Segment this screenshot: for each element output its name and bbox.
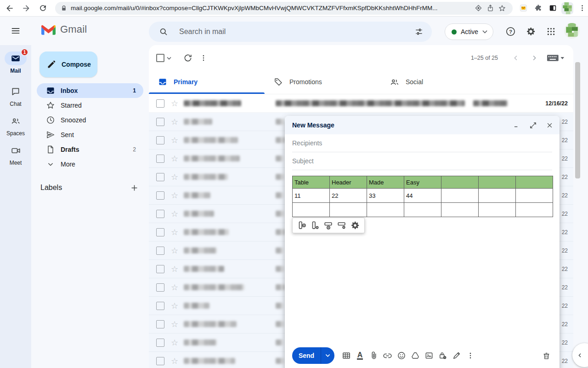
search-options-icon[interactable] [411,23,427,40]
star-icon[interactable]: ☆ [170,136,179,145]
formatting-options-icon[interactable]: A [354,350,366,362]
table-cell[interactable] [441,189,479,203]
search-placeholder[interactable]: Search in mail [179,28,411,36]
table-header-cell[interactable]: Made [367,176,404,189]
star-icon[interactable]: ☆ [170,246,179,255]
sidebar-item-starred[interactable]: Starred [37,98,143,113]
share-icon[interactable] [484,2,496,14]
table-cell[interactable] [367,203,404,217]
insert-photo-icon[interactable] [423,350,435,362]
table-cell[interactable] [479,203,516,217]
table-cell[interactable] [293,203,330,217]
insert-row-icon[interactable] [323,220,334,231]
star-icon[interactable]: ☆ [170,209,179,218]
minimize-icon[interactable] [512,121,521,130]
star-icon[interactable]: ☆ [170,264,179,274]
rail-item-meet[interactable]: Meet [0,144,31,166]
table-cell[interactable]: 33 [367,189,404,203]
row-checkbox[interactable] [156,210,164,218]
star-icon[interactable]: ☆ [170,301,179,310]
settings-gear-icon[interactable] [525,25,537,37]
table-header-cell[interactable] [516,176,553,189]
star-icon[interactable]: ☆ [170,99,179,108]
star-icon[interactable]: ☆ [170,338,179,347]
insert-from-drive-icon[interactable] [409,350,421,362]
row-checkbox[interactable] [156,118,164,126]
star-icon[interactable]: ☆ [170,172,179,182]
refresh-icon[interactable] [181,51,195,65]
delete-row-icon[interactable] [336,220,347,231]
rail-item-chat[interactable]: Chat [0,85,31,107]
row-checkbox[interactable] [156,191,164,200]
support-icon[interactable]: ? [504,25,516,37]
row-checkbox[interactable] [156,173,164,181]
mail-extension-icon[interactable] [517,2,529,14]
table-cell[interactable] [404,203,441,217]
sidebar-item-more[interactable]: More [37,157,143,172]
row-checkbox[interactable] [156,320,164,328]
row-checkbox[interactable] [156,357,164,365]
star-icon[interactable]: ☆ [170,356,179,366]
url-bar[interactable]: mail.google.com/mail/u/0/#inbox?compose=… [55,2,513,15]
newer-chevron-icon[interactable] [509,51,523,65]
select-dropdown-icon[interactable] [166,56,172,60]
search-bar[interactable]: Search in mail [149,22,432,42]
table-cell[interactable] [441,203,479,217]
sidebar-item-sent[interactable]: Sent [37,127,143,142]
table-header-cell[interactable] [441,176,479,189]
search-icon[interactable] [155,23,172,40]
email-row[interactable]: ☆12/16/22 [149,94,573,113]
older-chevron-icon[interactable] [527,51,541,65]
subject-field[interactable]: Subject [292,152,552,170]
create-label-icon[interactable] [129,182,140,193]
row-checkbox[interactable] [156,339,164,347]
table-cell[interactable]: 22 [330,189,367,203]
rail-item-mail[interactable]: 1 Mail [0,52,31,74]
tab-promotions[interactable]: Promotions [265,70,380,94]
confidential-mode-icon[interactable] [436,350,449,362]
more-options-icon[interactable] [197,51,210,65]
extensions-puzzle-icon[interactable] [532,2,544,14]
pop-out-icon[interactable] [528,121,537,130]
insert-link-icon[interactable] [381,350,394,362]
table-header-cell[interactable]: Header [330,176,367,189]
sidebar-item-drafts[interactable]: Drafts 2 [37,142,143,157]
compose-table[interactable]: TableHeaderMadeEasy11223344 [292,176,553,217]
compose-header[interactable]: New Message [285,116,560,134]
row-checkbox[interactable] [156,155,164,163]
reader-mode-icon[interactable] [472,2,484,14]
more-send-options-icon[interactable] [464,350,476,362]
tab-primary[interactable]: Primary [149,70,265,94]
compose-button[interactable]: Compose [40,52,97,77]
table-cell[interactable] [479,189,516,203]
table-header-cell[interactable]: Table [293,176,330,189]
attach-file-icon[interactable] [368,350,380,362]
insert-table-icon[interactable] [340,350,352,362]
send-button[interactable]: Send [292,347,321,364]
star-icon[interactable]: ☆ [170,320,179,329]
tab-social[interactable]: Social [380,70,496,94]
sidebar-item-inbox[interactable]: Inbox 1 [37,83,143,98]
star-icon[interactable]: ☆ [170,228,179,237]
recipients-field[interactable]: Recipients [292,134,552,152]
input-tools-icon[interactable] [546,51,566,65]
row-checkbox[interactable] [156,99,164,108]
show-side-panel-button[interactable] [572,343,588,367]
scrollbar-thumb[interactable] [575,62,580,178]
table-cell[interactable] [330,203,367,217]
star-icon[interactable]: ☆ [170,154,179,163]
rail-item-spaces[interactable]: Spaces [0,114,31,137]
row-checkbox[interactable] [156,302,164,310]
google-apps-icon[interactable] [545,25,557,37]
star-icon[interactable]: ☆ [170,283,179,292]
select-all-checkbox[interactable] [156,54,164,62]
row-checkbox[interactable] [156,283,164,292]
status-selector[interactable]: Active [445,23,493,40]
insert-signature-icon[interactable] [450,350,463,362]
row-checkbox[interactable] [156,228,164,236]
star-icon[interactable]: ☆ [170,117,179,126]
insert-emoji-icon[interactable] [395,350,407,362]
forward-icon[interactable] [19,1,33,15]
browser-menu-icon[interactable] [576,2,588,14]
table-header-cell[interactable] [479,176,516,189]
